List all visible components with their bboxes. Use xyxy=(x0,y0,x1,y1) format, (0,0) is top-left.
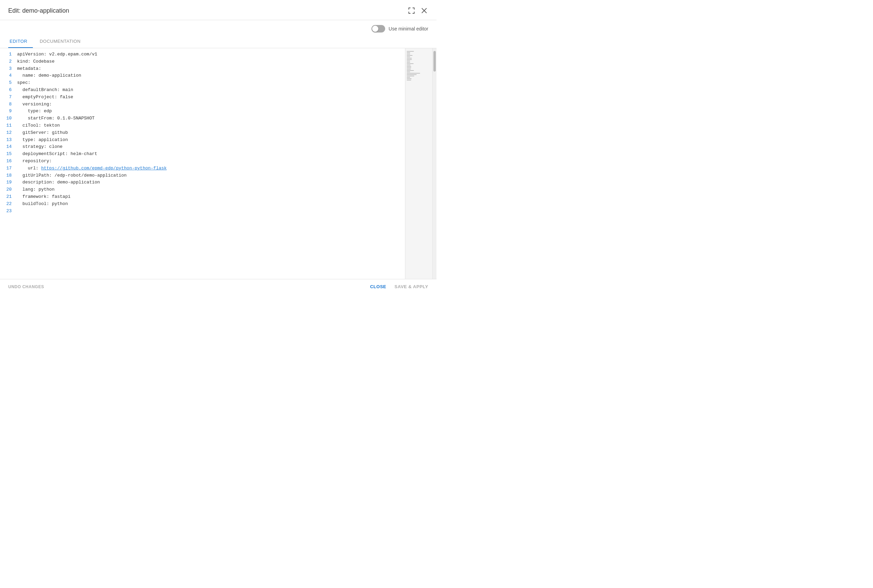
line-content: deploymentScript: helm-chart xyxy=(17,151,405,158)
code-line: 3metadata: xyxy=(0,65,405,72)
save-apply-button[interactable]: SAVE & APPLY xyxy=(394,284,428,289)
line-number: 8 xyxy=(0,101,17,108)
line-content: spec: xyxy=(17,80,405,87)
line-number: 11 xyxy=(0,122,17,129)
line-content: framework: fastapi xyxy=(17,194,405,201)
line-content: defaultBranch: main xyxy=(17,87,405,94)
code-line: 22 buildTool: python xyxy=(0,201,405,208)
minimap-line xyxy=(407,70,414,71)
minimap-line xyxy=(407,80,411,80)
minimap-content xyxy=(405,48,432,84)
code-line: 1apiVersion: v2.edp.epam.com/v1 xyxy=(0,51,405,58)
line-content: startFrom: 0.1.0-SNAPSHOT xyxy=(17,115,405,122)
minimap-line xyxy=(407,63,414,64)
code-area[interactable]: 1apiVersion: v2.edp.epam.com/v12kind: Co… xyxy=(0,48,405,279)
line-content: lang: python xyxy=(17,186,405,194)
line-number: 7 xyxy=(0,94,17,101)
line-number: 9 xyxy=(0,108,17,115)
minimap-line xyxy=(407,77,410,78)
code-line: 19 description: demo-application xyxy=(0,179,405,186)
line-content: type: edp xyxy=(17,108,405,115)
minimap-line xyxy=(407,61,410,61)
tab-documentation[interactable]: DOCUMENTATION xyxy=(38,35,86,48)
line-content: emptyProject: false xyxy=(17,94,405,101)
code-line: 5spec: xyxy=(0,80,405,87)
line-content: url: https://github.com/epmd-edp/python-… xyxy=(17,165,405,172)
minimap-line xyxy=(407,57,410,57)
line-content: name: demo-application xyxy=(17,72,405,80)
line-number: 21 xyxy=(0,194,17,201)
scrollbar-thumb xyxy=(434,51,436,72)
tabs-row: EDITOR DOCUMENTATION xyxy=(0,35,436,48)
code-line: 20 lang: python xyxy=(0,186,405,194)
tab-editor[interactable]: EDITOR xyxy=(8,35,33,48)
line-content: gitUrlPath: /edp-robot/demo-application xyxy=(17,172,405,179)
minimap-line xyxy=(407,64,411,65)
code-line: 6 defaultBranch: main xyxy=(0,87,405,94)
code-line: 2kind: Codebase xyxy=(0,58,405,65)
close-button[interactable]: CLOSE xyxy=(370,284,386,289)
undo-changes-button[interactable]: UNDO CHANGES xyxy=(8,284,44,289)
minimap-line xyxy=(407,76,414,76)
code-line: 11 ciTool: tekton xyxy=(0,122,405,129)
dialog-header: Edit: demo-application xyxy=(0,0,436,20)
line-content: repository: xyxy=(17,158,405,165)
line-number: 15 xyxy=(0,151,17,158)
line-number: 17 xyxy=(0,165,17,172)
minimal-editor-label: Use minimal editor xyxy=(388,26,428,32)
code-line: 15 deploymentScript: helm-chart xyxy=(0,151,405,158)
code-line: 10 startFrom: 0.1.0-SNAPSHOT xyxy=(0,115,405,122)
line-content: metadata: xyxy=(17,65,405,72)
line-number: 20 xyxy=(0,186,17,194)
minimap-line xyxy=(407,73,420,74)
minimap xyxy=(405,48,432,279)
line-number: 2 xyxy=(0,58,17,65)
code-line: 21 framework: fastapi xyxy=(0,194,405,201)
minimal-editor-toggle[interactable] xyxy=(372,25,385,33)
line-number: 1 xyxy=(0,51,17,58)
line-number: 6 xyxy=(0,87,17,94)
line-number: 18 xyxy=(0,172,17,179)
dialog-title: Edit: demo-application xyxy=(8,7,69,14)
code-line: 14 strategy: clone xyxy=(0,143,405,151)
line-number: 23 xyxy=(0,208,17,215)
scrollbar-track[interactable] xyxy=(432,48,436,279)
line-content: ciTool: tekton xyxy=(17,122,405,129)
minimap-line xyxy=(407,72,410,72)
code-line: 13 type: application xyxy=(0,136,405,144)
code-line: 23 xyxy=(0,208,405,215)
fullscreen-button[interactable] xyxy=(407,6,416,15)
minimap-line xyxy=(407,69,411,69)
code-line: 4 name: demo-application xyxy=(0,72,405,80)
minimap-line xyxy=(407,54,410,54)
footer-right: CLOSE SAVE & APPLY xyxy=(370,284,428,289)
line-number: 13 xyxy=(0,136,17,144)
line-content: apiVersion: v2.edp.epam.com/v1 xyxy=(17,51,405,58)
line-number: 22 xyxy=(0,201,17,208)
minimap-line xyxy=(407,51,414,52)
line-number: 4 xyxy=(0,72,17,80)
header-actions xyxy=(407,6,428,15)
line-number: 10 xyxy=(0,115,17,122)
close-dialog-button[interactable] xyxy=(420,6,428,15)
minimap-line xyxy=(407,74,417,75)
line-number: 19 xyxy=(0,179,17,186)
dialog-footer: UNDO CHANGES CLOSE SAVE & APPLY xyxy=(0,279,436,294)
minimap-line xyxy=(407,68,411,68)
minimap-line xyxy=(407,62,410,63)
repo-url-link[interactable]: https://github.com/epmd-edp/python-pytho… xyxy=(41,166,167,171)
line-content: buildTool: python xyxy=(17,201,405,208)
minimap-line xyxy=(407,52,410,53)
minimap-line xyxy=(407,58,412,58)
minimap-line xyxy=(407,66,411,67)
minimap-line xyxy=(407,78,411,79)
code-line: 16 repository: xyxy=(0,158,405,165)
code-line: 17 url: https://github.com/epmd-edp/pyth… xyxy=(0,165,405,172)
line-content: versioning: xyxy=(17,101,405,108)
code-line: 18 gitUrlPath: /edp-robot/demo-applicati… xyxy=(0,172,405,179)
line-number: 16 xyxy=(0,158,17,165)
minimap-line xyxy=(407,55,412,56)
line-number: 5 xyxy=(0,80,17,87)
line-number: 12 xyxy=(0,129,17,136)
code-line: 7 emptyProject: false xyxy=(0,94,405,101)
